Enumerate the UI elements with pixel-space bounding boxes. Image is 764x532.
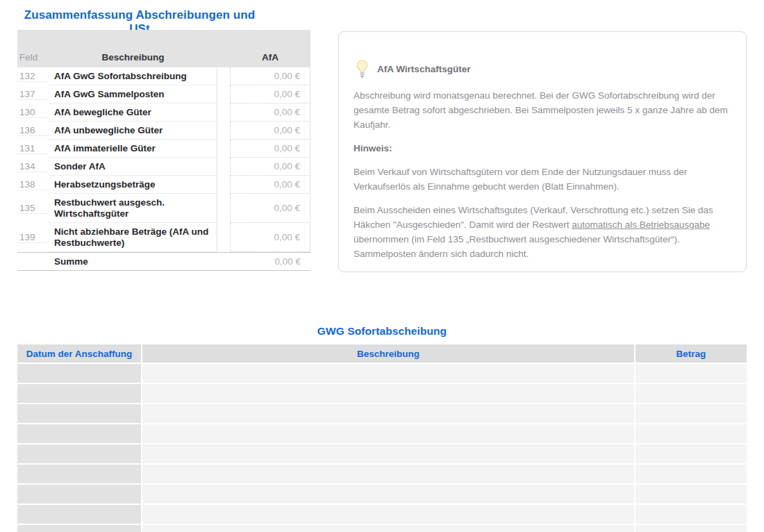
info-hinweis-label: Hinweis: [354, 141, 728, 156]
table-row: 134 Sonder AfA 0,00 € [17, 158, 310, 176]
datum-cell[interactable] [17, 525, 141, 532]
field-number: 137 [17, 89, 49, 100]
gwg-empty-row [17, 364, 747, 383]
datum-cell[interactable] [17, 404, 141, 423]
table-row: 132 AfA GwG Sofortabschreibung 0,00 € [17, 67, 310, 85]
sheet-view: Zusammenfassung Abschreibungen und USt F… [0, 0, 764, 532]
gwg-empty-row [17, 485, 747, 504]
info-paragraph-3-underlined: automatisch als Betriebsausgabe [572, 219, 710, 230]
betrag-cell[interactable] [636, 384, 747, 403]
field-number: 131 [17, 143, 49, 154]
row-description: Sonder AfA [49, 158, 217, 176]
row-description: Nicht abziehbare Beträge (AfA und Restbu… [49, 223, 217, 252]
field-number: 136 [17, 125, 49, 136]
gwg-table: Datum der Anschaffung Beschreibung Betra… [17, 344, 747, 532]
gwg-empty-row [17, 384, 747, 403]
betrag-cell[interactable] [636, 364, 747, 383]
row-description: AfA GwG Sofortabschreibung [49, 67, 217, 85]
column-header-afa: AfA [230, 52, 310, 67]
summary-table: Feld Beschreibung AfA 132 AfA GwG Sofort… [17, 30, 310, 271]
betrag-cell[interactable] [636, 424, 747, 443]
summe-value: 0,00 € [230, 253, 310, 270]
table-row: 136 AfA unbewegliche Güter 0,00 € [17, 122, 310, 140]
datum-cell[interactable] [17, 505, 141, 524]
beschreibung-cell[interactable] [142, 364, 634, 383]
afa-value-cell[interactable]: 0,00 € [230, 140, 310, 158]
info-paragraph-3: Beim Ausscheiden eines Wirtschaftsgutes … [354, 203, 728, 261]
table-row: 138 Herabsetzungsbeträge 0,00 € [17, 176, 310, 194]
afa-value-cell[interactable]: 0,00 € [230, 67, 310, 85]
betrag-cell[interactable] [636, 505, 747, 524]
afa-value-cell[interactable]: 0,00 € [230, 158, 310, 176]
column-header-beschreibung: Beschreibung [49, 52, 217, 67]
afa-value-cell[interactable]: 0,00 € [230, 176, 310, 194]
afa-value-cell[interactable]: 0,00 € [230, 103, 310, 122]
datum-cell[interactable] [17, 424, 141, 443]
betrag-cell[interactable] [636, 525, 747, 532]
datum-cell[interactable] [17, 485, 141, 504]
column-header-betrag: Betrag [636, 344, 747, 363]
afa-value-cell[interactable]: 0,00 € [230, 194, 310, 223]
info-paragraph-2: Beim Verkauf von Wirtschaftsgütern vor d… [354, 165, 728, 194]
gwg-empty-row [17, 525, 747, 532]
beschreibung-cell[interactable] [142, 444, 634, 463]
summe-row: Summe 0,00 € [17, 252, 310, 271]
betrag-cell[interactable] [636, 404, 747, 423]
gwg-section-title: GWG Sofortabscheibung [17, 325, 747, 338]
afa-value-cell[interactable]: 0,00 € [230, 223, 310, 252]
datum-cell[interactable] [17, 384, 141, 403]
beschreibung-cell[interactable] [142, 505, 634, 524]
column-header-feld: Feld [17, 52, 49, 67]
info-paragraph-3-end: übernommen (im Feld 135 „Restbuchwert au… [354, 234, 680, 259]
field-number: 130 [17, 107, 49, 118]
afa-value-cell[interactable]: 0,00 € [230, 122, 310, 140]
table-row: 130 AfA bewegliche Güter 0,00 € [17, 103, 310, 122]
table-row: 135 Restbuchwert ausgesch. Wirtschaftsgü… [17, 194, 310, 223]
beschreibung-cell[interactable] [142, 465, 634, 483]
table-row: 139 Nicht abziehbare Beträge (AfA und Re… [17, 223, 310, 252]
betrag-cell[interactable] [636, 465, 747, 483]
field-number: 135 [17, 203, 49, 214]
info-panel-title: AfA Wirtschaftsgüter [377, 64, 470, 74]
table-row: 137 AfA GwG Sammelposten 0,00 € [17, 85, 310, 103]
datum-cell[interactable] [17, 444, 141, 463]
field-number: 138 [17, 179, 49, 190]
row-description: AfA immaterielle Güter [49, 140, 217, 158]
beschreibung-cell[interactable] [142, 384, 634, 403]
lightbulb-icon [356, 60, 368, 78]
row-description: Restbuchwert ausgesch. Wirtschaftsgüter [49, 194, 217, 223]
row-description: Herabsetzungsbeträge [49, 176, 217, 194]
beschreibung-cell[interactable] [142, 404, 634, 423]
summary-table-header: Feld Beschreibung AfA [17, 30, 310, 67]
column-header-beschreibung: Beschreibung [142, 344, 634, 363]
gwg-empty-row [17, 465, 747, 483]
table-row: 131 AfA immaterielle Güter 0,00 € [17, 140, 310, 158]
field-number: 134 [17, 161, 49, 172]
afa-value-cell[interactable]: 0,00 € [230, 85, 310, 103]
beschreibung-cell[interactable] [142, 525, 634, 532]
betrag-cell[interactable] [636, 444, 747, 463]
row-description: AfA bewegliche Güter [49, 103, 217, 122]
info-panel: AfA Wirtschaftsgüter Abschreibung wird m… [338, 31, 747, 272]
info-panel-header: AfA Wirtschaftsgüter [356, 60, 728, 78]
beschreibung-cell[interactable] [142, 424, 634, 443]
datum-cell[interactable] [17, 465, 141, 483]
beschreibung-cell[interactable] [142, 485, 634, 504]
gwg-table-header: Datum der Anschaffung Beschreibung Betra… [17, 344, 747, 363]
gwg-empty-row [17, 444, 747, 463]
info-paragraph-1: Abschreibung wird monatsgenau berechnet.… [354, 88, 728, 132]
gwg-empty-row [17, 404, 747, 423]
gwg-empty-row [17, 424, 747, 443]
summe-label: Summe [49, 253, 217, 270]
field-number: 132 [17, 71, 49, 82]
row-description: AfA GwG Sammelposten [49, 85, 217, 103]
field-number: 139 [17, 232, 49, 243]
gwg-empty-row [17, 505, 747, 524]
datum-cell[interactable] [17, 364, 141, 383]
betrag-cell[interactable] [636, 485, 747, 504]
row-description: AfA unbewegliche Güter [49, 122, 217, 140]
column-header-datum: Datum der Anschaffung [17, 344, 141, 363]
